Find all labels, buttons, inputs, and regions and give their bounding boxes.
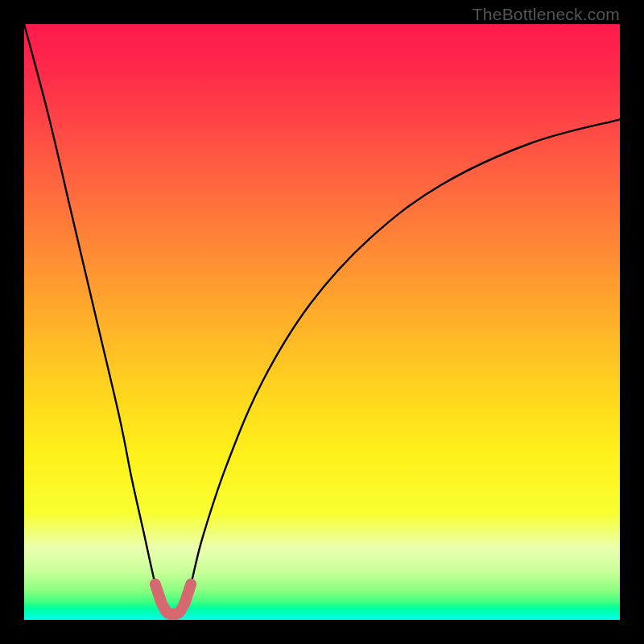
bottleneck-highlight	[155, 584, 191, 614]
curve-svg	[24, 24, 620, 620]
chart-frame	[24, 24, 620, 620]
watermark-text: TheBottleneck.com	[473, 5, 620, 24]
bottleneck-curve	[24, 24, 620, 615]
